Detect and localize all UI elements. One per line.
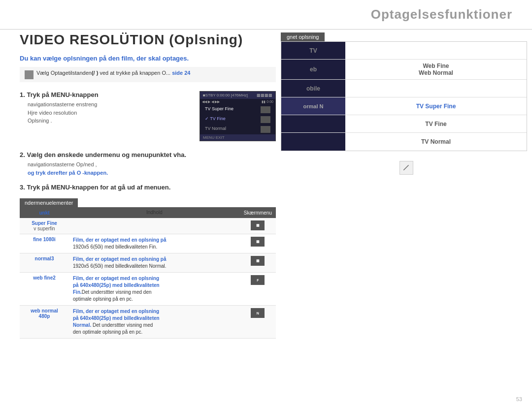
page-title: VIDEO RESOLÜTION (Oplsning)	[20, 32, 276, 48]
tv-menu-header: ■STBY 0:00:00 [476MHz] ▩▩▩▩	[200, 92, 275, 99]
row-punkt-1: Super Finev superfin	[20, 218, 69, 234]
main-content: VIDEO RESOLÜTION (Oplsning) Du kan vælge…	[20, 32, 532, 407]
tv-super-fine-label: TV Super Fine	[416, 103, 456, 110]
right-panel-row-tvnormal: TV Normal	[281, 133, 527, 151]
submenu-section: ndermenuelementer unkt Indhold Skærmmenu…	[20, 198, 276, 339]
page-number: 53	[516, 396, 522, 402]
web-options: Web Fine Web Normal	[419, 63, 453, 76]
row-punkt-4: web fine2	[20, 273, 69, 306]
left-column: VIDEO RESOLÜTION (Oplsning) Du kan vælge…	[20, 32, 276, 339]
row-indhold-5: Film, der er optaget med en oplsning på …	[69, 306, 240, 339]
steps-container: 1. Tryk på MENU-knappen navigationstaste…	[20, 91, 276, 191]
step-1: 1. Tryk på MENU-knappen navigationstaste…	[20, 91, 276, 144]
right-panel-row-normal: ormal N TV Super Fine	[281, 97, 527, 115]
row-punkt-5: web normal480p	[20, 306, 69, 339]
th-punkt: unkt	[20, 207, 69, 218]
table-header-row: unkt Indhold Skærmmenu	[20, 207, 276, 218]
note-text: Vælg Optagetilstanden(/ ) ved at trykke …	[36, 70, 191, 76]
step-2: 2. Vælg den ønskede undermenu og menupun…	[20, 151, 276, 177]
tv-fine-label: TV Fine	[425, 121, 446, 127]
right-panel-right-mobile	[345, 80, 527, 97]
row-punkt-3: normal3	[20, 253, 69, 273]
row-punkt-2: fine 1080i	[20, 234, 69, 253]
step-2-header: 2. Vælg den ønskede undermenu og menupun…	[20, 151, 276, 158]
web-fine-label: Web Fine	[419, 63, 453, 69]
step-3-header: 3. Tryk på MENU-knappen for at gå ud af …	[20, 184, 276, 191]
screen-icon-2: ▩	[251, 237, 265, 247]
table-row: fine 1080i Film, der er optaget med en o…	[20, 234, 276, 253]
header-title: Optagelsesfunktioner	[371, 7, 512, 22]
table-row: Super Finev superfin ▩	[20, 218, 276, 234]
tv-normal-label: TV Normal	[421, 138, 451, 145]
screen-icon-4: F	[251, 275, 265, 285]
note-icon	[25, 70, 33, 79]
right-panel-left-web: eb	[281, 60, 345, 79]
right-panel-row-tv: TV	[281, 42, 527, 60]
note-link[interactable]: side 24	[172, 70, 190, 76]
step-1-body: navigationstasterne enstreng Hjre video …	[20, 100, 191, 125]
page-subtitle: Du kan vælge oplsningen på den film, der…	[20, 55, 276, 62]
submenu-tag: ndermenuelementer	[20, 198, 78, 207]
row-skaerm-3: ▩	[240, 253, 276, 273]
tv-menu-item-normal: TV Normal	[200, 125, 275, 134]
right-panel-row-tvfine: TV Fine	[281, 115, 527, 133]
row-indhold-1	[69, 218, 240, 234]
table-row: normal3 Film, der er optaget med en opls…	[20, 253, 276, 273]
right-panel-left-tvfine	[281, 115, 345, 132]
right-panel-left-normal: ormal N	[281, 97, 345, 115]
right-panel-right-tv	[345, 42, 527, 59]
header: Optagelsesfunktioner	[0, 0, 532, 30]
tv-menu-footer: MENU EXIT	[200, 134, 275, 141]
row-indhold-2: Film, der er optaget med en oplsning på …	[69, 234, 240, 253]
th-indhold: Indhold	[69, 207, 240, 218]
step-3: 3. Tryk på MENU-knappen for at gå ud af …	[20, 184, 276, 191]
edit-icon	[399, 161, 413, 175]
right-panel: TV eb Web Fine Web Normal obile	[281, 41, 527, 151]
screen-icon-5: N	[251, 308, 265, 318]
right-panel-left-mobile: obile	[281, 80, 345, 97]
right-panel-right-normal: TV Super Fine	[345, 97, 527, 115]
web-normal-label: Web Normal	[419, 69, 453, 76]
step-2-body: navigationstasterne Op/ned , og tryk der…	[20, 160, 276, 177]
submenu-table: unkt Indhold Skærmmenu Super Finev super…	[20, 207, 276, 339]
screen-icon-3: ▩	[251, 256, 265, 266]
table-row: web fine2 Film, der er optaget med en op…	[20, 273, 276, 306]
th-skaerm: Skærmmenu	[240, 207, 276, 218]
tv-menu-image: ■STBY 0:00:00 [476MHz] ▩▩▩▩ ◀◀ ▶ ◀ ▶▶ ▮▮…	[200, 91, 276, 141]
right-panel-right-tvfine: TV Fine	[345, 115, 527, 132]
right-panel-row-web: eb Web Fine Web Normal	[281, 60, 527, 80]
right-panel-row-mobile: obile	[281, 80, 527, 97]
row-indhold-4: Film, der er optaget med en oplsning på …	[69, 273, 240, 306]
row-skaerm-1: ▩	[240, 218, 276, 234]
right-panel-right-tvnormal: TV Normal	[345, 133, 527, 151]
note-box: Vælg Optagetilstanden(/ ) ved at trykke …	[20, 67, 276, 82]
right-panel-tag: gnet oplsning	[281, 32, 325, 41]
right-column: gnet oplsning TV eb Web Fine Web Normal	[281, 32, 527, 180]
right-panel-right-web: Web Fine Web Normal	[345, 60, 527, 79]
table-row: web normal480p Film, der er optaget med …	[20, 306, 276, 339]
tv-menu-item-superfine: TV Super Fine	[200, 105, 275, 115]
row-skaerm-5: N	[240, 306, 276, 339]
row-indhold-3: Film, der er optaget med en oplsning på …	[69, 253, 240, 273]
right-panel-left-tvnormal	[281, 133, 345, 151]
step-1-header: 1. Tryk på MENU-knappen	[20, 91, 191, 98]
row-skaerm-4: F	[240, 273, 276, 306]
row-skaerm-2: ▩	[240, 234, 276, 253]
right-panel-left-tv: TV	[281, 42, 345, 59]
tv-menu-item-fine: ✓ TV Fine	[200, 115, 275, 125]
screen-icon-1: ▩	[251, 220, 265, 230]
